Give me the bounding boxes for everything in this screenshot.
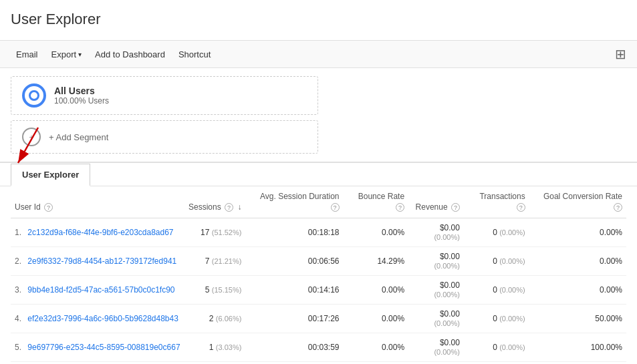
cell-bounce-rate: 14.29%: [344, 247, 409, 276]
cell-sessions: 7 (21.21%): [184, 247, 245, 276]
cell-user-id: 5. 9e697796-e253-44c5-8595-008819e0c667: [11, 333, 184, 362]
col-header-avg-session: Avg. Session Duration ?: [245, 186, 343, 218]
cell-bounce-rate: 0.00%: [344, 305, 409, 333]
bounce-rate-help-icon[interactable]: ?: [396, 203, 404, 212]
user-id-link[interactable]: 2e9f6332-79d8-4454-ab12-739172fed941: [27, 256, 176, 266]
cell-transactions: 0 (0.00%): [464, 333, 529, 362]
tab-user-explorer[interactable]: User Explorer: [11, 164, 90, 186]
toolbar: Email Export ▾ Add to Dashboard Shortcut…: [0, 40, 637, 68]
col-header-goal-conversion: Goal Conversion Rate ?: [529, 186, 626, 218]
cell-goal-conversion: 0.00%: [529, 276, 626, 305]
email-button[interactable]: Email: [11, 47, 43, 62]
cell-sessions: 1 (3.03%): [184, 333, 245, 362]
cell-goal-conversion: 100.00%: [529, 333, 626, 362]
col-header-revenue: Revenue ?: [408, 186, 464, 218]
col-header-user-id: User Id ?: [11, 186, 184, 218]
table-row: 3. 9bb4e18d-f2d5-47ac-a561-57b0c0c1fc90 …: [11, 276, 626, 305]
page-title: User Explorer: [11, 11, 626, 28]
cell-transactions: 0 (0.00%): [464, 305, 529, 333]
cell-goal-conversion: 0.00%: [529, 247, 626, 276]
row-number: 1.: [15, 228, 21, 237]
table-row: 5. 9e697796-e253-44c5-8595-008819e0c667 …: [11, 333, 626, 362]
cell-avg-session: 00:06:56: [245, 247, 343, 276]
avg-session-help-icon[interactable]: ?: [331, 203, 340, 212]
cell-transactions: 0 (0.00%): [464, 218, 529, 247]
cell-avg-session: 00:14:16: [245, 276, 343, 305]
cell-transactions: 0 (0.00%): [464, 247, 529, 276]
sessions-help-icon[interactable]: ?: [225, 203, 233, 212]
cell-sessions: 2 (6.06%): [184, 305, 245, 333]
col-header-bounce-rate: Bounce Rate ?: [344, 186, 409, 218]
shortcut-button[interactable]: Shortcut: [173, 47, 216, 62]
export-button[interactable]: Export ▾: [46, 47, 88, 62]
col-header-transactions: Transactions ?: [464, 186, 529, 218]
add-to-dashboard-button[interactable]: Add to Dashboard: [90, 47, 170, 62]
user-id-link[interactable]: 2c132d9a-f68e-4f4e-9bf6-e203cda8ad67: [27, 228, 173, 237]
cell-user-id: 2. 2e9f6332-79d8-4454-ab12-739172fed941: [11, 247, 184, 276]
table-row: 2. 2e9f6332-79d8-4454-ab12-739172fed941 …: [11, 247, 626, 276]
grid-view-icon[interactable]: ⊞: [615, 46, 626, 62]
row-number: 4.: [15, 314, 21, 323]
cell-user-id: 1. 2c132d9a-f68e-4f4e-9bf6-e203cda8ad67: [11, 218, 184, 247]
segments-area: All Users 100.00% Users + + Add Segment: [0, 68, 637, 163]
cell-revenue: $0.00 (0.00%): [408, 218, 464, 247]
user-explorer-table: User Id ? Sessions ? ↓ Avg. Session Dura…: [11, 186, 626, 364]
cell-user-id: 3. 9bb4e18d-f2d5-47ac-a561-57b0c0c1fc90: [11, 276, 184, 305]
row-number: 2.: [15, 256, 21, 266]
segment-sub: 100.00% Users: [54, 96, 109, 106]
cell-revenue: $0.00 (0.00%): [408, 276, 464, 305]
cell-bounce-rate: 0.00%: [344, 333, 409, 362]
segment-name: All Users: [54, 85, 109, 96]
red-arrow-indicator: [5, 124, 45, 171]
user-id-link[interactable]: ef2e32d3-7996-4a6c-96b0-5b9628d48b43: [27, 314, 178, 323]
user-id-link[interactable]: 9e697796-e253-44c5-8595-008819e0c667: [27, 343, 180, 352]
add-segment-box[interactable]: + + Add Segment: [11, 120, 318, 154]
user-id-link[interactable]: 9bb4e18d-f2d5-47ac-a561-57b0c0c1fc90: [27, 285, 174, 295]
tabs-area: User Explorer: [0, 163, 637, 186]
cell-avg-session: 00:03:59: [245, 333, 343, 362]
col-header-sessions: Sessions ? ↓: [184, 186, 245, 218]
row-number: 5.: [15, 343, 21, 352]
user-id-help-icon[interactable]: ?: [44, 203, 53, 212]
table-container: User Id ? Sessions ? ↓ Avg. Session Dura…: [0, 186, 637, 364]
cell-revenue: $0.00 (0.00%): [408, 333, 464, 362]
cell-sessions: 17 (51.52%): [184, 218, 245, 247]
all-users-segment: All Users 100.00% Users: [11, 76, 318, 115]
table-row: 4. ef2e32d3-7996-4a6c-96b0-5b9628d48b43 …: [11, 305, 626, 333]
cell-revenue: $0.00 (0.00%): [408, 305, 464, 333]
tab-label: User Explorer: [22, 170, 79, 180]
cell-bounce-rate: 0.00%: [344, 276, 409, 305]
cell-bounce-rate: 0.00%: [344, 218, 409, 247]
cell-avg-session: 00:18:18: [245, 218, 343, 247]
cell-transactions: 0 (0.00%): [464, 276, 529, 305]
segment-info: All Users 100.00% Users: [54, 85, 109, 106]
cell-revenue: $0.00 (0.00%): [408, 247, 464, 276]
cell-sessions: 5 (15.15%): [184, 276, 245, 305]
segment-circle-icon: [22, 83, 46, 108]
cell-goal-conversion: 50.00%: [529, 305, 626, 333]
cell-avg-session: 00:17:26: [245, 305, 343, 333]
table-row: 1. 2c132d9a-f68e-4f4e-9bf6-e203cda8ad67 …: [11, 218, 626, 247]
export-dropdown-arrow: ▾: [78, 51, 82, 58]
row-number: 3.: [15, 285, 21, 295]
page-header: User Explorer: [0, 0, 637, 40]
svg-line-1: [18, 128, 38, 163]
cell-user-id: 4. ef2e32d3-7996-4a6c-96b0-5b9628d48b43: [11, 305, 184, 333]
add-segment-label: + Add Segment: [49, 132, 108, 142]
sessions-sort-icon: ↓: [237, 202, 241, 212]
cell-goal-conversion: 0.00%: [529, 218, 626, 247]
transactions-help-icon[interactable]: ?: [517, 203, 525, 212]
goal-conversion-help-icon[interactable]: ?: [614, 203, 622, 212]
revenue-help-icon[interactable]: ?: [451, 203, 460, 212]
